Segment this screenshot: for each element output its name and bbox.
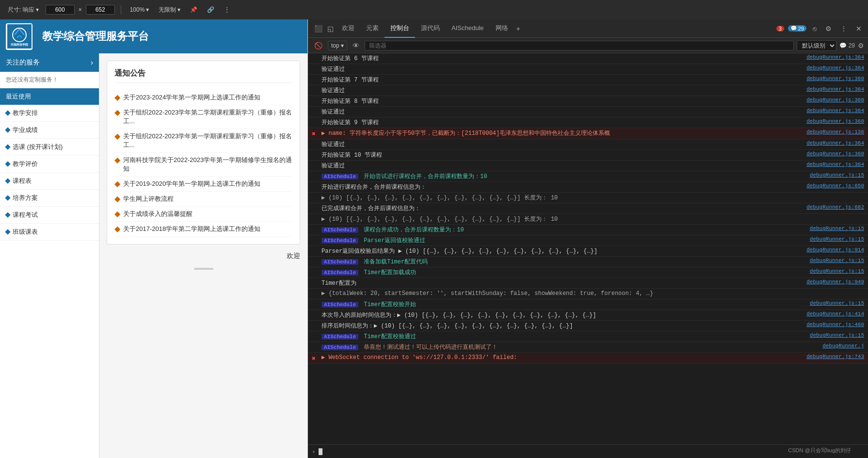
sidebar-item-label: 课程考试 <box>13 211 38 219</box>
bullet-icon: ◆ <box>114 93 120 102</box>
error-icon: ✖ <box>312 130 320 138</box>
line-source[interactable]: debugRunner.js:15 <box>810 226 864 231</box>
console-settings-icon[interactable]: ⚙ <box>858 42 864 49</box>
line-source[interactable]: debugRunner.js:15 <box>810 258 864 263</box>
toolbar-capture[interactable]: 🔗 <box>204 5 217 14</box>
line-source[interactable]: debugRunner.js:360 <box>806 118 864 124</box>
line-source[interactable]: debugRunner.js:650 <box>806 183 864 189</box>
sidebar-item-exam[interactable]: 课程考试 <box>0 207 99 224</box>
notice-text: 关于2017-2018学年第二学期网上选课工作的通知 <box>123 225 260 233</box>
share-icon[interactable]: ⎋ <box>810 24 819 33</box>
website-header: 河南科技学院 教学综合管理服务平台 <box>0 19 307 53</box>
line-source[interactable]: debugRunner.js:914 <box>806 247 864 253</box>
aischedule-badge: AISchedule <box>321 334 358 340</box>
line-source[interactable]: debugRunner.js:360 <box>806 151 864 157</box>
toolbar-limit[interactable]: 无限制 ▾ <box>156 5 183 15</box>
sidebar-item-eval[interactable]: 教学评价 <box>0 156 99 173</box>
aischedule-badge: AISchedule <box>321 259 358 265</box>
line-content: ▶ (10) [{…}, {…}, {…}, {…}, {…}, {…}, {…… <box>321 194 860 202</box>
notice-item-8[interactable]: ◆ 关于2017-2018学年第二学期网上选课工作的通知 <box>114 222 292 237</box>
eye-icon[interactable]: 👁 <box>350 41 362 50</box>
tab-console[interactable]: 控制台 <box>385 19 415 38</box>
notice-item-4[interactable]: ◆ 河南科技学院关于2022-2023学年第一学期辅修学生报名的通知 <box>114 153 292 177</box>
line-source[interactable]: debugRunner.js:15 <box>810 236 864 242</box>
line-source[interactable]: debugRunner.js:949 <box>806 279 864 285</box>
line-source[interactable]: debugRunner.js:364 <box>806 140 864 146</box>
welcome-text: 欢迎 <box>107 252 300 261</box>
line-source[interactable]: debugRunner.js:364 <box>806 86 864 92</box>
sidebar-expand-icon[interactable]: › <box>91 58 93 67</box>
line-source[interactable]: debugRunner.js:460 <box>806 322 864 327</box>
notice-item-2[interactable]: ◆ 关于组织2022-2023学年第二学期课程重新学习（重修）报名工... <box>114 105 292 129</box>
sidebar-item-teaching[interactable]: 教学安排 <box>0 105 99 122</box>
line-content: 验证通过 <box>321 86 803 95</box>
chevron-down-icon: ▾ <box>36 6 39 13</box>
toolbar-pin[interactable]: 📌 <box>187 5 200 14</box>
sidebar-header[interactable]: 关注的服务 › <box>0 53 99 72</box>
sidebar-item-label: 课程表 <box>13 177 32 185</box>
toolbar-more[interactable]: ⋮ <box>221 5 233 14</box>
bullet-icon <box>5 178 10 183</box>
filter-input[interactable] <box>365 41 794 50</box>
expand-icon[interactable]: ▶ (10) [{…}, {…}, {…}, {…}, {…}, {…}, {…… <box>321 195 558 201</box>
add-tab-icon[interactable]: + <box>514 24 523 33</box>
line-source[interactable]: debugRunner.js:364 <box>806 54 864 60</box>
console-output[interactable]: 开始验证第 6 节课程 debugRunner.js:364 验证通过 debu… <box>308 53 868 444</box>
more-icon[interactable]: ⋮ <box>838 24 850 33</box>
line-source[interactable]: debugRunner.j <box>822 343 864 349</box>
line-source[interactable]: debugRunner.js:414 <box>806 311 864 317</box>
toolbar-size[interactable]: 尺寸: 响应 ▾ <box>5 5 42 15</box>
line-source[interactable]: debugRunner.js:15 <box>810 332 864 338</box>
notice-item-6[interactable]: ◆ 学生网上评教流程 <box>114 192 292 207</box>
notice-item-3[interactable]: ◆ 关于组织2022-2023学年第一学期课程重新学习（重修）报名工... <box>114 129 292 153</box>
line-source[interactable]: debugRunner.js:15 <box>810 268 864 274</box>
aischedule-badge: AISchedule <box>321 174 358 180</box>
line-source[interactable]: debugRunner.js:360 <box>806 76 864 82</box>
devtools-inspect-icon[interactable]: ◱ <box>325 24 336 33</box>
line-source[interactable]: debugRunner.js:360 <box>806 97 864 103</box>
sidebar-item-course-select[interactable]: 选课 (按开课计划) <box>0 139 99 156</box>
notice-title: 通知公告 <box>114 68 292 83</box>
tab-sources[interactable]: 源代码 <box>415 19 446 38</box>
line-source[interactable]: debugRunner.js:136 <box>806 129 864 135</box>
bullet-icon <box>5 195 10 200</box>
ai-message: 准备加载Timer配置代码 <box>364 259 428 265</box>
line-source[interactable]: debugRunner.js:743 <box>806 354 864 360</box>
line-source[interactable]: debugRunner.js:364 <box>806 162 864 167</box>
clear-console-icon[interactable]: 🚫 <box>312 41 325 50</box>
level-select[interactable]: 默认级别 <box>797 40 836 51</box>
line-source[interactable]: debugRunner.js:15 <box>810 300 864 306</box>
tab-welcome[interactable]: 欢迎 <box>336 19 360 38</box>
console-line: Timer配置为 debugRunner.js:949 <box>308 278 868 289</box>
notice-item-7[interactable]: ◆ 关于成绩录入的温馨提醒 <box>114 207 292 222</box>
width-input[interactable] <box>46 5 75 15</box>
devtools-tab-bar: ⬛ ◱ 欢迎 元素 控制台 源代码 AISchedule 网络 + 3 <box>308 19 868 38</box>
notice-text: 关于组织2022-2023学年第一学期课程重新学习（重修）报名工... <box>123 132 292 149</box>
expand-icon[interactable]: ▶ (10) [{…}, {…}, {…}, {…}, {…}, {…}, {…… <box>321 216 558 223</box>
toolbar-zoom[interactable]: 100% ▾ <box>127 5 152 14</box>
tab-network[interactable]: 网络 <box>490 19 514 38</box>
line-source[interactable]: debugRunner.js:364 <box>806 65 864 71</box>
sidebar-item-grades[interactable]: 学业成绩 <box>0 122 99 139</box>
close-icon[interactable]: ✕ <box>853 24 864 33</box>
notice-item-1[interactable]: ◆ 关于2023-2024学年第一学期网上选课工作的通知 <box>114 90 292 105</box>
svg-text:河南科技学院: 河南科技学院 <box>11 43 29 46</box>
error-icon: ✖ <box>312 355 320 362</box>
notice-item-5[interactable]: ◆ 关于2019-2020学年第一学期网上选课工作的通知 <box>114 177 292 192</box>
devtools-dock-icon[interactable]: ⬛ <box>312 24 325 33</box>
line-content: 开始验证第 8 节课程 <box>321 97 803 105</box>
recent-section-title: 最近使用 <box>0 88 99 105</box>
line-source[interactable]: debugRunner.js:682 <box>806 204 864 210</box>
line-source[interactable]: debugRunner.js:15 <box>810 172 864 178</box>
console-line: 开始验证第 7 节课程 debugRunner.js:360 <box>308 75 868 85</box>
top-selector[interactable]: top ▾ <box>328 41 347 50</box>
sidebar-item-class-table[interactable]: 班级课表 <box>0 224 99 241</box>
sidebar-item-plan[interactable]: 培养方案 <box>0 190 99 207</box>
line-source[interactable]: debugRunner.js:364 <box>806 108 864 114</box>
settings-icon[interactable]: ⚙ <box>823 24 834 33</box>
tab-aischedule[interactable]: AISchedule <box>446 19 490 38</box>
sidebar-item-timetable[interactable]: 课程表 <box>0 173 99 190</box>
expand-icon[interactable]: ▶ {totalWeek: 20, startSemester: '', sta… <box>321 290 653 297</box>
tab-elements[interactable]: 元素 <box>360 19 385 38</box>
height-input[interactable] <box>86 5 115 15</box>
